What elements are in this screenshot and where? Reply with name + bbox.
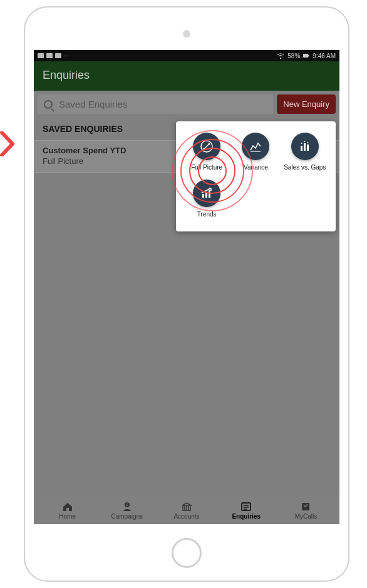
accounts-icon	[181, 502, 192, 512]
variance-icon	[242, 133, 269, 160]
popup-item-full-picture[interactable]: Full Picture	[182, 130, 231, 177]
popup-label: Full Picture	[191, 164, 222, 171]
bottom-nav: Home $ Campaigns Accounts Enquiries	[34, 495, 339, 524]
svg-point-11	[304, 141, 305, 142]
page-title: Enquiries	[43, 69, 90, 81]
notification-icon	[46, 53, 53, 58]
search-input[interactable]: Saved Enquiries	[38, 94, 273, 114]
popup-item-variance[interactable]: Variance	[231, 130, 280, 177]
more-icon: ⋯	[64, 53, 70, 59]
popup-label: Trends	[197, 211, 217, 218]
nav-label: Accounts	[173, 513, 199, 520]
svg-rect-13	[202, 194, 204, 198]
app-header: Enquiries	[34, 61, 339, 91]
status-left: ⋯	[38, 53, 70, 59]
notification-icon	[38, 53, 44, 58]
svg-point-12	[307, 142, 308, 143]
nav-campaigns[interactable]: $ Campaigns	[97, 502, 157, 520]
svg-line-5	[204, 143, 210, 150]
trends-icon	[193, 180, 220, 207]
search-placeholder: Saved Enquiries	[59, 99, 127, 109]
full-picture-icon	[193, 133, 220, 160]
new-enquiry-button[interactable]: New Enquiry	[277, 94, 336, 114]
tablet-frame: ⋯ 58% 9:46 AM Enquiries Saved Enquiries …	[24, 6, 349, 582]
nav-label: MyCalls	[295, 513, 318, 520]
home-icon	[62, 502, 73, 512]
popup-item-trends[interactable]: Trends	[182, 177, 231, 224]
nav-label: Home	[59, 513, 76, 520]
svg-rect-15	[209, 190, 210, 198]
status-right: 58% 9:46 AM	[277, 53, 336, 59]
popup-label: Sales vs. Gaps	[284, 164, 326, 171]
svg-rect-1	[308, 55, 309, 57]
svg-rect-7	[301, 146, 302, 151]
search-row: Saved Enquiries New Enquiry	[34, 91, 339, 118]
enquiry-type-popup: Full Picture Variance Sales vs. Gaps Tre…	[176, 121, 336, 231]
mycalls-icon	[300, 502, 311, 512]
nav-enquiries[interactable]: Enquiries	[217, 502, 276, 520]
svg-point-10	[301, 143, 302, 144]
search-icon	[44, 100, 53, 109]
nav-home[interactable]: Home	[38, 502, 97, 520]
popup-label: Variance	[244, 164, 268, 171]
svg-rect-9	[307, 144, 309, 151]
sales-vs-gaps-icon	[291, 133, 319, 160]
notification-icon	[55, 53, 61, 58]
svg-text:$: $	[126, 503, 128, 507]
popup-item-sales-vs-gaps[interactable]: Sales vs. Gaps	[281, 130, 329, 177]
campaigns-icon: $	[121, 502, 133, 512]
svg-rect-0	[303, 54, 308, 58]
tablet-home-button	[172, 538, 202, 568]
chevron-right-icon	[0, 131, 16, 156]
nav-mycalls[interactable]: MyCalls	[276, 502, 336, 520]
app-screen: ⋯ 58% 9:46 AM Enquiries Saved Enquiries …	[34, 50, 339, 524]
status-bar: ⋯ 58% 9:46 AM	[34, 50, 339, 61]
tablet-camera	[183, 30, 190, 38]
nav-label: Campaigns	[111, 513, 143, 520]
svg-rect-8	[304, 143, 306, 151]
clock-time: 9:46 AM	[313, 53, 336, 59]
wifi-icon	[277, 53, 284, 59]
svg-rect-14	[205, 192, 207, 198]
nav-accounts[interactable]: Accounts	[157, 502, 216, 520]
nav-label: Enquiries	[232, 513, 261, 520]
enquiries-icon	[240, 502, 252, 512]
battery-icon	[303, 53, 309, 59]
battery-pct: 58%	[287, 53, 300, 59]
svg-rect-22	[302, 503, 309, 510]
